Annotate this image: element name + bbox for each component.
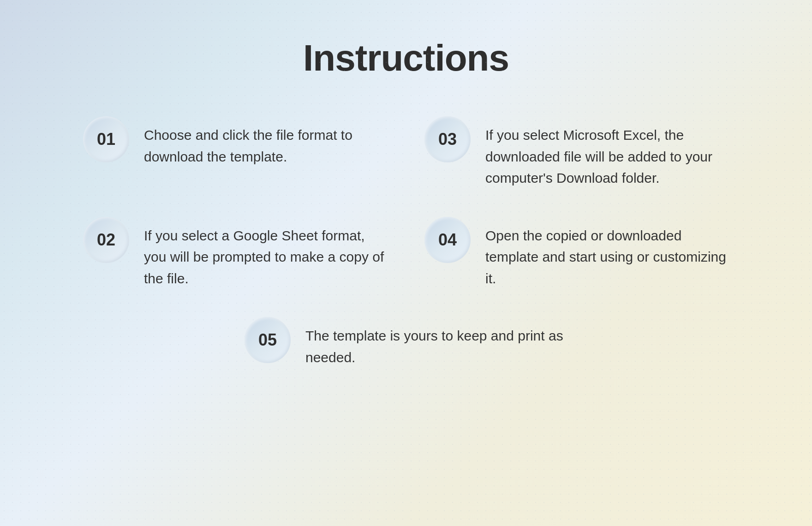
step-text-04: Open the copied or downloaded template a… [485,217,729,290]
instruction-item-03: 03 If you select Microsoft Excel, the do… [424,116,729,189]
step-badge-05: 05 [245,317,291,363]
step-badge-01: 01 [83,116,129,162]
step-text-05: The template is yours to keep and print … [305,317,567,368]
instructions-grid: 01 Choose and click the file format to d… [83,116,729,368]
instruction-item-02: 02 If you select a Google Sheet format, … [83,217,388,290]
step-badge-02: 02 [83,217,129,263]
instruction-item-04: 04 Open the copied or downloaded templat… [424,217,729,290]
instruction-item-05: 05 The template is yours to keep and pri… [245,317,567,368]
step-badge-03: 03 [424,116,471,162]
step-text-03: If you select Microsoft Excel, the downl… [485,116,729,189]
instruction-item-01: 01 Choose and click the file format to d… [83,116,388,189]
step-text-01: Choose and click the file format to down… [144,116,388,167]
step-text-02: If you select a Google Sheet format, you… [144,217,388,290]
page-title: Instructions [303,37,509,79]
step-badge-04: 04 [424,217,471,263]
